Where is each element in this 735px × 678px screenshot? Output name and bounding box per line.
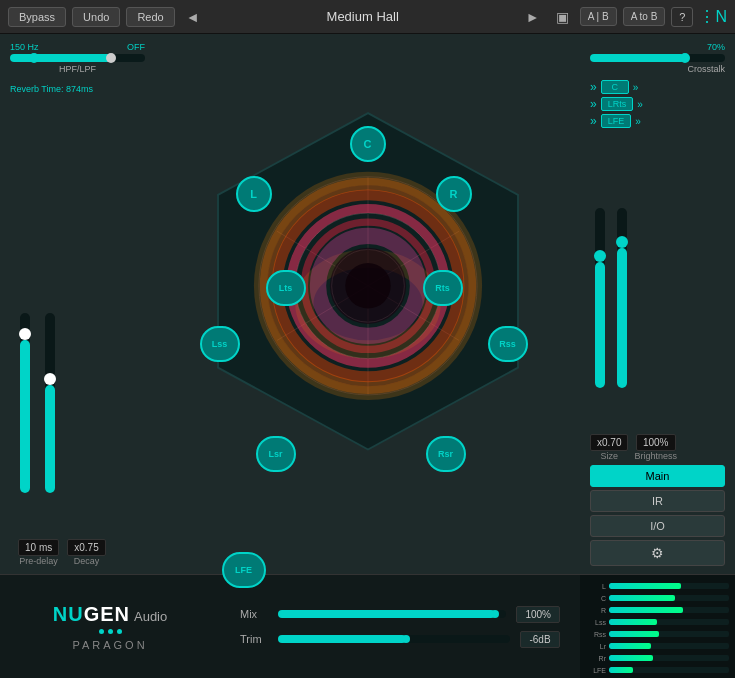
- filter-fill: [10, 54, 111, 62]
- mix-track[interactable]: [278, 610, 506, 618]
- right-slider-1[interactable]: [595, 208, 605, 388]
- mix-value[interactable]: 100%: [516, 606, 560, 623]
- left-slider-2[interactable]: [45, 313, 55, 493]
- channel-btn-c[interactable]: C: [350, 126, 386, 162]
- left-slider-1-fill: [20, 340, 30, 493]
- nav-buttons: Main IR I/O ⚙: [590, 465, 725, 566]
- crosstalk-track[interactable]: [590, 54, 725, 62]
- filter-track[interactable]: [10, 54, 145, 62]
- brightness-label: Brightness: [634, 451, 677, 461]
- route-arrow-left-c: »: [590, 80, 597, 94]
- meter-bar-fill-l: [609, 583, 681, 589]
- channel-btn-r[interactable]: R: [436, 176, 472, 212]
- brightness-value[interactable]: 100%: [636, 434, 676, 451]
- brightness-col: 100% Brightness: [634, 434, 677, 461]
- product-label: PARAGON: [72, 639, 147, 651]
- channel-btn-rss[interactable]: Rss: [488, 326, 528, 362]
- next-preset-button[interactable]: ►: [521, 7, 545, 27]
- meter-bar-track-l: [609, 583, 729, 589]
- crosstalk-thumb[interactable]: [680, 53, 690, 63]
- gear-nav-button[interactable]: ⚙: [590, 540, 725, 566]
- ab-button[interactable]: A | B: [580, 7, 617, 26]
- route-arrow-right-lfe: »: [635, 116, 641, 127]
- channel-btn-lsr[interactable]: Lsr: [256, 436, 296, 472]
- trim-thumb[interactable]: [402, 635, 410, 643]
- mix-row: Mix 100%: [240, 606, 560, 623]
- main-nav-button[interactable]: Main: [590, 465, 725, 487]
- redo-button[interactable]: Redo: [126, 7, 174, 27]
- predelay-label: Pre-delay: [19, 556, 58, 566]
- channel-btn-lts[interactable]: Lts: [266, 270, 306, 306]
- meter-bar-fill-lss: [609, 619, 657, 625]
- channel-btn-l[interactable]: L: [236, 176, 272, 212]
- left-panel: 150 Hz OFF HPF/LPF Reverb Time: 874ms: [0, 34, 155, 574]
- io-nav-button[interactable]: I/O: [590, 515, 725, 537]
- crosstalk-fill: [590, 54, 685, 62]
- right-slider-2-thumb[interactable]: [616, 236, 628, 248]
- crosstalk-row: 70% Crosstalk: [590, 42, 725, 74]
- hpf-thumb[interactable]: [29, 53, 39, 63]
- ir-nav-button[interactable]: IR: [590, 490, 725, 512]
- channel-label-rsr: Rsr: [438, 449, 453, 459]
- meter-ch-c: C: [586, 595, 606, 602]
- top-bar: Bypass Undo Redo ◄ Medium Hall ► ▣ A | B…: [0, 0, 735, 34]
- bottom-section: NUGEN Audio PARAGON Mix 100% Trim -6d: [0, 574, 735, 678]
- level-meters: L C R Lss: [580, 575, 735, 678]
- channel-btn-rts[interactable]: Rts: [423, 270, 463, 306]
- right-panel: 70% Crosstalk » C » » LRts » » LFE: [580, 34, 735, 574]
- lpf-value: OFF: [127, 42, 145, 52]
- channel-btn-rsr[interactable]: Rsr: [426, 436, 466, 472]
- right-slider-1-wrap: [595, 208, 605, 388]
- route-arrow-right-c: »: [633, 82, 639, 93]
- trim-track[interactable]: [278, 635, 510, 643]
- bottom-left: NUGEN Audio PARAGON: [0, 575, 220, 678]
- route-label-lrts[interactable]: LRts: [601, 97, 634, 111]
- channel-btn-lss[interactable]: Lss: [200, 326, 240, 362]
- meter-row-l: L: [586, 581, 729, 591]
- mix-label: Mix: [240, 608, 268, 620]
- size-value[interactable]: x0.70: [590, 434, 628, 451]
- channel-label-r: R: [450, 188, 458, 200]
- meter-bar-track-lfe: [609, 667, 729, 673]
- meter-ch-rr: Rr: [586, 655, 606, 662]
- meter-ch-l: L: [586, 583, 606, 590]
- v-sliders-right: [590, 134, 725, 428]
- mix-thumb[interactable]: [491, 610, 499, 618]
- left-slider-2-thumb[interactable]: [44, 373, 56, 385]
- bypass-button[interactable]: Bypass: [8, 7, 66, 27]
- clipboard-button[interactable]: ▣: [551, 7, 574, 27]
- meter-bar-fill-c: [609, 595, 675, 601]
- route-row-lrts: » LRts »: [590, 97, 725, 111]
- atob-button[interactable]: A to B: [623, 7, 666, 26]
- meter-bar-fill-lr: [609, 643, 651, 649]
- decay-label: Decay: [74, 556, 100, 566]
- right-slider-2[interactable]: [617, 208, 627, 388]
- logo-dot-3: [117, 629, 122, 634]
- right-slider-1-fill: [595, 262, 605, 388]
- trim-row: Trim -6dB: [240, 631, 560, 648]
- predelay-value[interactable]: 10 ms: [18, 539, 59, 556]
- channel-label-c: C: [364, 138, 372, 150]
- lpf-thumb[interactable]: [106, 53, 116, 63]
- channel-btn-lfe[interactable]: LFE: [222, 552, 266, 588]
- reverb-time: Reverb Time: 874ms: [10, 84, 145, 94]
- trim-label: Trim: [240, 633, 268, 645]
- channel-label-rts: Rts: [435, 283, 450, 293]
- undo-button[interactable]: Undo: [72, 7, 120, 27]
- right-slider-2-fill: [617, 248, 627, 388]
- prev-preset-button[interactable]: ◄: [181, 7, 205, 27]
- trim-value[interactable]: -6dB: [520, 631, 560, 648]
- route-label-lfe[interactable]: LFE: [601, 114, 632, 128]
- meter-bar-track-lss: [609, 619, 729, 625]
- help-button[interactable]: ?: [671, 7, 693, 27]
- hpf-value: 150 Hz: [10, 42, 39, 52]
- left-slider-1[interactable]: [20, 313, 30, 493]
- channel-routing: » C » » LRts » » LFE »: [590, 80, 725, 128]
- right-slider-1-thumb[interactable]: [594, 250, 606, 262]
- route-label-c[interactable]: C: [601, 80, 629, 94]
- left-slider-1-thumb[interactable]: [19, 328, 31, 340]
- crosstalk-labels: 70%: [590, 42, 725, 52]
- decay-value[interactable]: x0.75: [67, 539, 105, 556]
- menu-icon[interactable]: ⋮N: [699, 7, 727, 26]
- channel-label-lts: Lts: [279, 283, 293, 293]
